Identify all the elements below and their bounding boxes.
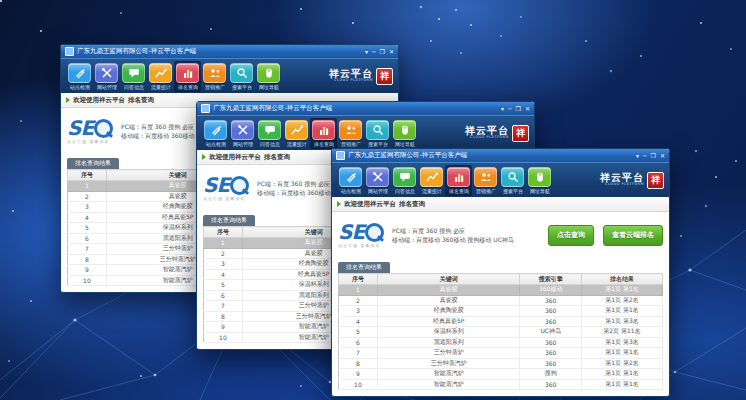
table-row[interactable]: 9智能蒸汽炉搜狗第1页 第1名 xyxy=(339,369,663,380)
breadcrumb-welcome: 欢迎使用祥云平台 xyxy=(209,153,261,162)
toolbar-item-site-nav[interactable]: 网址导航 xyxy=(255,61,282,92)
minimize-button[interactable]: ─ xyxy=(643,153,647,159)
breadcrumb-section: 排名查询 xyxy=(264,153,290,162)
engine-info: PC端：百度 360 搜狗 必应 移动端：百度移动 360移动 搜狗移动 UC神… xyxy=(392,226,544,244)
toolbar-item-site-nav[interactable]: 网址导航 xyxy=(526,165,553,196)
close-button[interactable]: ✕ xyxy=(525,106,530,112)
breadcrumb-arrow-icon xyxy=(66,97,70,103)
settings-arrow-icon[interactable]: ▾ xyxy=(636,153,639,159)
toolbar-item-qa-info[interactable]: 问答信息 xyxy=(120,61,147,92)
window-title: 广东九鼎王监网有限公司-祥云平台客户端 xyxy=(213,104,501,113)
people-icon xyxy=(474,167,497,187)
toolbar-item-promotion[interactable]: 营销推广 xyxy=(201,61,228,92)
result-tab[interactable]: 排名查询结果 xyxy=(203,215,255,226)
breadcrumb-welcome: 欢迎使用祥云平台 xyxy=(344,200,396,209)
titlebar[interactable]: 广东九鼎王监网有限公司-祥云平台客户端 ▾ ─ ❐ ✕ xyxy=(61,45,398,58)
brand-badge-icon: 祥 xyxy=(376,68,393,85)
titlebar[interactable]: 广东九鼎王监网有限公司-祥云平台客户端 ▾ ─ ❐ ✕ xyxy=(197,102,534,115)
magnifier-logo-icon xyxy=(230,176,249,195)
toolbar-item-site-check[interactable]: 站点检测 xyxy=(202,118,229,149)
table-row[interactable]: 7三分钟蒸炉360第1页 第1名 xyxy=(339,348,663,359)
settings-arrow-icon[interactable]: ▾ xyxy=(501,106,504,112)
mouse-icon xyxy=(257,63,280,83)
table-row[interactable]: 6黑遮阳系列360第1页 第3名 xyxy=(339,337,663,348)
app-icon xyxy=(201,104,210,113)
engine-info-mobile: 移动端：百度移动 360移动 搜狗移动 UC神马 xyxy=(392,235,544,244)
toolbar-item-qa-info[interactable]: 问答信息 xyxy=(391,165,418,196)
toolbar-item-site-manage[interactable]: 网站管理 xyxy=(229,118,256,149)
table-row[interactable]: 3经典陶瓷胶360第1页 第1名 xyxy=(339,306,663,317)
toolbar-item-search-platform[interactable]: 搜索平台 xyxy=(499,165,526,196)
cloud-rank-button[interactable]: 查看云端排名 xyxy=(603,225,663,246)
table-row[interactable]: 4经典真瓷5P360第1页 第3名 xyxy=(339,316,663,327)
brand-badge-icon: 祥 xyxy=(647,172,664,189)
tools-icon xyxy=(366,167,389,187)
seo-logo: SE 点击右侧 查看排名 xyxy=(67,118,113,144)
table-row[interactable]: 5保温杯系列UC神马第2页 第11名 xyxy=(339,327,663,338)
breadcrumb-section: 排名查询 xyxy=(399,200,425,209)
table-row[interactable]: 1真瓷胶360移动第1页 第1名 xyxy=(339,285,663,296)
app-icon xyxy=(336,151,345,160)
mouse-icon xyxy=(528,167,551,187)
minimize-button[interactable]: ─ xyxy=(372,49,376,55)
header-keyword: 关键词 xyxy=(377,274,520,285)
mouse-icon xyxy=(393,120,416,140)
toolbar-item-traffic-stats[interactable]: 流量统计 xyxy=(147,61,174,92)
app-window: 广东九鼎王监网有限公司-祥云平台客户端 ▾ ─ ❐ ✕ 站点检测 网站管理 问答… xyxy=(331,148,670,397)
maximize-button[interactable]: ❐ xyxy=(651,153,656,159)
table-row[interactable]: 8三分钟蒸汽炉360第1页 第2名 xyxy=(339,358,663,369)
brand-subtitle: CLOUD PLATFORM xyxy=(465,136,509,140)
minimize-button[interactable]: ─ xyxy=(508,106,512,112)
titlebar[interactable]: 广东九鼎王监网有限公司-祥云平台客户端 ▾ ─ ❐ ✕ xyxy=(332,149,669,162)
toolbar-item-rank-query[interactable]: 排名查询 xyxy=(310,118,337,149)
pencil-icon xyxy=(204,120,227,140)
toolbar-item-search-platform[interactable]: 搜索平台 xyxy=(228,61,255,92)
brand-subtitle: CLOUD PLATFORM xyxy=(329,79,373,83)
main-toolbar: 站点检测 网站管理 问答信息 流量统计 排名查询 营销推广 搜索平台 网址导航 … xyxy=(61,58,398,93)
toolbar-item-traffic-stats[interactable]: 流量统计 xyxy=(418,165,445,196)
main-toolbar: 站点检测 网站管理 问答信息 流量统计 排名查询 营销推广 搜索平台 网址导航 … xyxy=(332,162,669,197)
bar-chart-icon xyxy=(176,63,199,83)
chat-bubble-icon xyxy=(393,167,416,187)
settings-arrow-icon[interactable]: ▾ xyxy=(365,49,368,55)
close-button[interactable]: ✕ xyxy=(389,49,394,55)
people-icon xyxy=(339,120,362,140)
maximize-button[interactable]: ❐ xyxy=(516,106,521,112)
table-row[interactable]: 2真瓷胶360第1页 第2名 xyxy=(339,295,663,306)
result-tab[interactable]: 排名查询结果 xyxy=(67,158,119,169)
brand-subtitle: CLOUD PLATFORM xyxy=(600,183,644,187)
toolbar-item-promotion[interactable]: 营销推广 xyxy=(337,118,364,149)
result-tab[interactable]: 排名查询结果 xyxy=(338,262,390,273)
magnifier-logo-icon xyxy=(94,119,113,138)
toolbar-item-site-manage[interactable]: 网站管理 xyxy=(93,61,120,92)
toolbar-item-rank-query[interactable]: 排名查询 xyxy=(174,61,201,92)
toolbar-item-promotion[interactable]: 营销推广 xyxy=(472,165,499,196)
magnifier-logo-icon xyxy=(365,223,384,242)
seo-logo: SE 点击右侧 查看排名 xyxy=(203,175,249,201)
magnifier-gear-icon xyxy=(501,167,524,187)
main-toolbar: 站点检测 网站管理 问答信息 流量统计 排名查询 营销推广 搜索平台 网址导航 … xyxy=(197,115,534,150)
content-area: SE 点击右侧 查看排名 PC端：百度 360 搜狗 必应 移动端：百度移动 3… xyxy=(332,212,669,396)
header-no: 序号 xyxy=(204,227,243,238)
brand-badge-icon: 祥 xyxy=(512,125,529,142)
tools-icon xyxy=(95,63,118,83)
toolbar-item-search-platform[interactable]: 搜索平台 xyxy=(364,118,391,149)
toolbar-item-rank-query[interactable]: 排名查询 xyxy=(445,165,472,196)
toolbar-item-site-check[interactable]: 站点检测 xyxy=(337,165,364,196)
magnifier-gear-icon xyxy=(230,63,253,83)
query-button[interactable]: 点击查询 xyxy=(548,225,594,246)
toolbar-item-site-manage[interactable]: 网站管理 xyxy=(364,165,391,196)
toolbar-item-site-check[interactable]: 站点检测 xyxy=(66,61,93,92)
breadcrumb-section: 排名查询 xyxy=(128,96,154,105)
toolbar-item-site-nav[interactable]: 网址导航 xyxy=(391,118,418,149)
table-row[interactable]: 10智能蒸汽炉360第1页 第1名 xyxy=(339,379,663,390)
toolbar-item-traffic-stats[interactable]: 流量统计 xyxy=(283,118,310,149)
toolbar-item-qa-info[interactable]: 问答信息 xyxy=(256,118,283,149)
header-no: 序号 xyxy=(339,274,378,285)
seo-logo-slogan: 点击右侧 查看排名 xyxy=(338,243,384,248)
header-rank: 排名结果 xyxy=(581,274,662,285)
maximize-button[interactable]: ❐ xyxy=(380,49,385,55)
pencil-icon xyxy=(339,167,362,187)
close-button[interactable]: ✕ xyxy=(660,153,665,159)
brand-area: 祥云平台 CLOUD PLATFORM 祥 xyxy=(600,172,664,189)
